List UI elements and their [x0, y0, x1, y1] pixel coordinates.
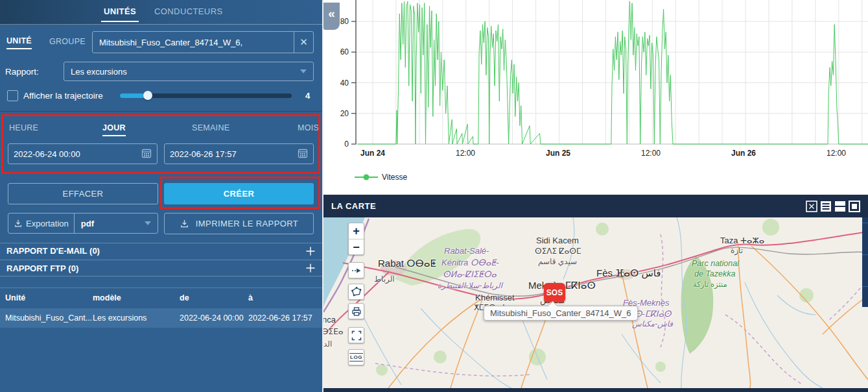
track-arrow-button[interactable] — [348, 262, 364, 278]
report-select[interactable]: Les excursions — [64, 62, 314, 81]
slider-knob[interactable] — [143, 91, 152, 100]
add-ftp-report-icon[interactable] — [305, 263, 316, 273]
right-panel: « 020406080Jun 2412:00Jun 2512:00Jun 261… — [323, 0, 868, 392]
y-tick: 40 — [340, 79, 349, 88]
cell-unit: Mitsubishi_Fuso_Cant... — [5, 313, 92, 323]
sidebar-tab-bar: UNITÉS CONDUCTEURS — [0, 0, 322, 25]
map-tiles — [323, 217, 868, 388]
col-modele: modèle — [93, 293, 121, 302]
print-report-button[interactable]: IMPRIMER LE RAPPORT — [164, 213, 314, 234]
add-email-report-icon[interactable] — [305, 246, 316, 256]
divider — [0, 111, 322, 112]
zoom-out-button[interactable]: − — [349, 239, 364, 256]
clear-unit-icon[interactable]: ✕ — [294, 32, 313, 53]
period-tab-mois[interactable]: MOIS — [298, 123, 319, 132]
map-title: LA CARTE — [331, 201, 376, 211]
table-header: Unité modèle de à — [0, 288, 322, 307]
trajectory-label: Afficher la trajectoire — [23, 91, 103, 101]
report-label: Rapport: — [5, 67, 39, 77]
legend-marker — [364, 175, 369, 180]
export-format-select[interactable]: pdf — [75, 214, 158, 233]
map-header: LA CARTE — [323, 195, 868, 217]
chevron-down-icon — [300, 69, 307, 73]
y-tick: 80 — [340, 17, 349, 26]
period-tab-jour[interactable]: JOUR — [102, 123, 126, 136]
tab-conducteurs[interactable]: CONDUCTEURS — [154, 6, 223, 16]
ftp-report-label: RAPPORT FTP — [6, 263, 66, 273]
export-group: Exportation pdf — [8, 213, 158, 234]
zoom-in-button[interactable]: + — [349, 223, 364, 239]
ftp-report-count: (0) — [68, 263, 78, 273]
side-panel-strip — [862, 217, 868, 307]
single-layout-icon[interactable] — [849, 201, 860, 212]
toggle-unite[interactable]: UNITÉ — [6, 36, 32, 49]
col-unite: Unité — [5, 293, 25, 302]
export-label: Exportation — [26, 219, 69, 228]
export-button[interactable]: Exportation — [8, 214, 75, 233]
panel-splitter[interactable] — [322, 0, 323, 392]
x-tick: Jun 25 — [546, 149, 570, 158]
window-frame — [323, 388, 868, 392]
cell-model: Les excursions — [93, 313, 147, 323]
sos-unit-marker[interactable]: SOS — [544, 283, 565, 302]
list-layout-icon[interactable] — [820, 201, 832, 212]
toggle-groupe[interactable]: GROUPE — [49, 37, 86, 46]
x-tick: 12:00 — [456, 149, 475, 158]
log-button[interactable]: LOG — [348, 349, 364, 365]
download-icon — [14, 219, 23, 228]
x-tick: 12:00 — [827, 149, 846, 158]
ftp-report-row[interactable]: RAPPORT FTP (0) — [0, 260, 322, 276]
col-de: de — [180, 293, 189, 302]
create-button[interactable]: CRÉER — [164, 183, 314, 204]
y-tick: 20 — [340, 109, 349, 118]
calendar-icon[interactable] — [298, 148, 308, 160]
close-window-icon[interactable] — [806, 201, 817, 212]
fullscreen-button[interactable] — [348, 327, 364, 343]
export-format-value: pdf — [81, 219, 94, 228]
calendar-icon[interactable] — [141, 148, 152, 160]
x-tick: 12:00 — [641, 149, 661, 158]
print-map-button[interactable] — [348, 303, 364, 319]
y-tick: 60 — [340, 47, 349, 56]
clear-button[interactable]: EFFACER — [8, 183, 158, 204]
log-label: LOG — [349, 353, 363, 361]
unit-input-value: Mitsubishi_Fuso_Canter_84714_W_6, — [93, 38, 294, 47]
map[interactable]: Rabat ⵔⴱⴰⵟالرباطRabat-Salé-Kénitra ⵔⴱⴰⵟ-… — [323, 217, 868, 388]
cell-to: 2022-06-26 17:57 — [248, 313, 312, 323]
speed-chart: 020406080Jun 2412:00Jun 2512:00Jun 2612:… — [323, 0, 868, 195]
trajectory-slider[interactable] — [120, 93, 292, 98]
date-from-input[interactable]: 2022-06-24 00:00 — [8, 143, 158, 164]
unit-input[interactable]: Mitsubishi_Fuso_Canter_84714_W_6, ✕ — [92, 31, 314, 53]
period-tab-heure[interactable]: HEURE — [9, 123, 38, 132]
split-layout-icon[interactable] — [834, 201, 846, 212]
tab-unites[interactable]: UNITÉS — [104, 6, 136, 16]
report-select-value: Les excursions — [71, 67, 127, 77]
period-tab-semaine[interactable]: SEMAINE — [192, 123, 229, 132]
slider-value: 4 — [305, 91, 310, 101]
date-to-input[interactable]: 2022-06-26 17:57 — [164, 143, 314, 164]
print-report-label: IMPRIMER LE RAPPORT — [196, 219, 298, 228]
speed-series — [358, 1, 868, 144]
report-sidebar: UNITÉS CONDUCTEURS UNITÉ GROUPE Mitsubis… — [0, 0, 322, 392]
collapse-panel-button[interactable]: « — [323, 3, 340, 30]
email-report-count: (0) — [89, 246, 100, 256]
col-a: à — [248, 293, 253, 302]
trajectory-checkbox[interactable] — [7, 90, 18, 101]
date-to-value: 2022-06-26 17:57 — [170, 149, 237, 159]
unit-tooltip: Mitsubishi_Fuso_Canter_84714_W_6 — [484, 306, 638, 321]
table-row[interactable]: Mitsubishi_Fuso_Cant... Les excursions 2… — [0, 308, 322, 328]
y-tick: 0 — [344, 140, 349, 149]
speed-chart-area: « 020406080Jun 2412:00Jun 2512:00Jun 261… — [323, 0, 868, 195]
email-report-label: RAPPORT D'E-MAIL — [6, 246, 87, 256]
cell-from: 2022-06-24 00:00 — [180, 313, 244, 323]
chevron-down-icon — [145, 221, 151, 225]
email-report-row[interactable]: RAPPORT D'E-MAIL (0) — [0, 243, 322, 258]
polygon-select-button[interactable] — [348, 284, 364, 300]
legend-label: Vitesse — [382, 173, 407, 182]
zoom-control: + − — [348, 223, 364, 255]
download-icon — [180, 219, 189, 228]
x-tick: Jun 26 — [731, 149, 756, 158]
date-from-value: 2022-06-24 00:00 — [14, 149, 80, 159]
x-tick: Jun 24 — [360, 149, 385, 158]
